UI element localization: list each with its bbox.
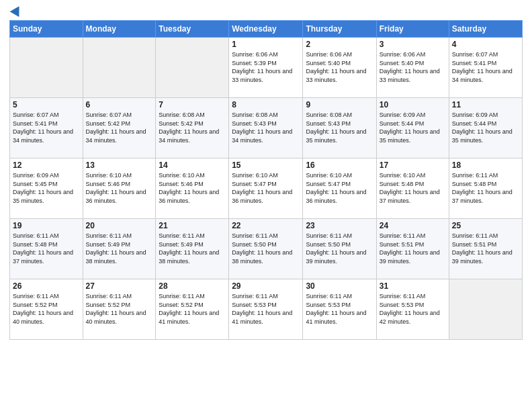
calendar-week-5: 26Sunrise: 6:11 AM Sunset: 5:52 PM Dayli… bbox=[10, 279, 523, 340]
day-info: Sunrise: 6:11 AM Sunset: 5:49 PM Dayligh… bbox=[86, 232, 153, 265]
calendar-cell: 21Sunrise: 6:11 AM Sunset: 5:49 PM Dayli… bbox=[156, 219, 229, 279]
day-info: Sunrise: 6:10 AM Sunset: 5:46 PM Dayligh… bbox=[86, 171, 153, 205]
calendar-cell: 19Sunrise: 6:11 AM Sunset: 5:48 PM Dayli… bbox=[10, 219, 83, 279]
calendar-cell: 31Sunrise: 6:11 AM Sunset: 5:53 PM Dayli… bbox=[376, 279, 449, 340]
calendar-cell: 6Sunrise: 6:07 AM Sunset: 5:42 PM Daylig… bbox=[83, 98, 156, 158]
day-number: 20 bbox=[86, 221, 153, 230]
day-number: 4 bbox=[452, 40, 519, 49]
calendar-header-tuesday: Tuesday bbox=[156, 21, 229, 38]
calendar-cell: 16Sunrise: 6:10 AM Sunset: 5:47 PM Dayli… bbox=[303, 158, 376, 219]
day-number: 30 bbox=[306, 281, 373, 291]
day-number: 27 bbox=[86, 281, 153, 291]
calendar-header-wednesday: Wednesday bbox=[229, 21, 303, 38]
calendar-cell: 24Sunrise: 6:11 AM Sunset: 5:51 PM Dayli… bbox=[376, 219, 449, 279]
day-info: Sunrise: 6:11 AM Sunset: 5:50 PM Dayligh… bbox=[306, 232, 373, 265]
day-info: Sunrise: 6:11 AM Sunset: 5:52 PM Dayligh… bbox=[159, 292, 226, 326]
day-info: Sunrise: 6:11 AM Sunset: 5:51 PM Dayligh… bbox=[380, 232, 446, 265]
day-info: Sunrise: 6:06 AM Sunset: 5:40 PM Dayligh… bbox=[306, 50, 373, 84]
calendar-week-3: 12Sunrise: 6:09 AM Sunset: 5:45 PM Dayli… bbox=[10, 158, 523, 219]
day-number: 8 bbox=[232, 100, 300, 109]
day-number: 26 bbox=[13, 281, 80, 291]
calendar-week-2: 5Sunrise: 6:07 AM Sunset: 5:41 PM Daylig… bbox=[10, 98, 523, 158]
day-info: Sunrise: 6:11 AM Sunset: 5:52 PM Dayligh… bbox=[86, 292, 153, 326]
day-info: Sunrise: 6:06 AM Sunset: 5:39 PM Dayligh… bbox=[232, 50, 300, 84]
day-number: 19 bbox=[13, 221, 80, 230]
day-number: 6 bbox=[86, 100, 153, 109]
day-number: 31 bbox=[380, 281, 446, 291]
day-info: Sunrise: 6:08 AM Sunset: 5:42 PM Dayligh… bbox=[159, 111, 226, 144]
day-number: 12 bbox=[13, 161, 80, 170]
day-number: 17 bbox=[380, 161, 446, 170]
day-number: 7 bbox=[159, 100, 226, 109]
calendar-cell: 3Sunrise: 6:06 AM Sunset: 5:40 PM Daylig… bbox=[376, 38, 449, 98]
day-number: 10 bbox=[380, 100, 446, 109]
calendar-cell: 12Sunrise: 6:09 AM Sunset: 5:45 PM Dayli… bbox=[10, 158, 83, 219]
day-info: Sunrise: 6:10 AM Sunset: 5:48 PM Dayligh… bbox=[380, 171, 446, 205]
logo bbox=[9, 7, 21, 16]
day-info: Sunrise: 6:08 AM Sunset: 5:43 PM Dayligh… bbox=[306, 111, 373, 144]
day-info: Sunrise: 6:11 AM Sunset: 5:49 PM Dayligh… bbox=[159, 232, 226, 265]
day-number: 21 bbox=[159, 221, 226, 230]
calendar-cell bbox=[83, 38, 156, 98]
calendar-cell: 13Sunrise: 6:10 AM Sunset: 5:46 PM Dayli… bbox=[83, 158, 156, 219]
day-info: Sunrise: 6:10 AM Sunset: 5:47 PM Dayligh… bbox=[306, 171, 373, 205]
calendar-cell: 23Sunrise: 6:11 AM Sunset: 5:50 PM Dayli… bbox=[303, 219, 376, 279]
calendar-cell: 2Sunrise: 6:06 AM Sunset: 5:40 PM Daylig… bbox=[303, 38, 376, 98]
calendar-cell: 7Sunrise: 6:08 AM Sunset: 5:42 PM Daylig… bbox=[156, 98, 229, 158]
calendar-cell: 30Sunrise: 6:11 AM Sunset: 5:53 PM Dayli… bbox=[303, 279, 376, 340]
day-number: 1 bbox=[232, 40, 300, 49]
day-info: Sunrise: 6:09 AM Sunset: 5:44 PM Dayligh… bbox=[452, 111, 519, 144]
day-number: 13 bbox=[86, 161, 153, 170]
calendar-cell bbox=[156, 38, 229, 98]
day-info: Sunrise: 6:10 AM Sunset: 5:46 PM Dayligh… bbox=[159, 171, 226, 205]
day-number: 23 bbox=[306, 221, 373, 230]
day-info: Sunrise: 6:09 AM Sunset: 5:44 PM Dayligh… bbox=[380, 111, 446, 144]
day-info: Sunrise: 6:11 AM Sunset: 5:53 PM Dayligh… bbox=[232, 292, 300, 326]
day-info: Sunrise: 6:11 AM Sunset: 5:53 PM Dayligh… bbox=[380, 292, 446, 326]
day-number: 16 bbox=[306, 161, 373, 170]
day-number: 24 bbox=[380, 221, 446, 230]
day-info: Sunrise: 6:09 AM Sunset: 5:45 PM Dayligh… bbox=[13, 171, 80, 205]
page-container: SundayMondayTuesdayWednesdayThursdayFrid… bbox=[0, 0, 532, 345]
day-number: 3 bbox=[380, 40, 446, 49]
calendar-header-sunday: Sunday bbox=[10, 21, 83, 38]
calendar-cell: 27Sunrise: 6:11 AM Sunset: 5:52 PM Dayli… bbox=[83, 279, 156, 340]
calendar-header-saturday: Saturday bbox=[449, 21, 522, 38]
calendar-cell: 22Sunrise: 6:11 AM Sunset: 5:50 PM Dayli… bbox=[229, 219, 303, 279]
logo-triangle-icon bbox=[10, 3, 24, 17]
day-number: 22 bbox=[232, 221, 300, 230]
calendar-cell: 28Sunrise: 6:11 AM Sunset: 5:52 PM Dayli… bbox=[156, 279, 229, 340]
day-info: Sunrise: 6:07 AM Sunset: 5:41 PM Dayligh… bbox=[452, 50, 519, 84]
calendar-cell: 10Sunrise: 6:09 AM Sunset: 5:44 PM Dayli… bbox=[376, 98, 449, 158]
header bbox=[9, 7, 523, 16]
day-number: 11 bbox=[452, 100, 519, 109]
day-info: Sunrise: 6:11 AM Sunset: 5:52 PM Dayligh… bbox=[13, 292, 80, 326]
calendar-header-row: SundayMondayTuesdayWednesdayThursdayFrid… bbox=[10, 21, 523, 38]
calendar-cell: 26Sunrise: 6:11 AM Sunset: 5:52 PM Dayli… bbox=[10, 279, 83, 340]
calendar-cell: 14Sunrise: 6:10 AM Sunset: 5:46 PM Dayli… bbox=[156, 158, 229, 219]
day-info: Sunrise: 6:07 AM Sunset: 5:41 PM Dayligh… bbox=[13, 111, 80, 144]
calendar-table: SundayMondayTuesdayWednesdayThursdayFrid… bbox=[9, 20, 523, 340]
day-info: Sunrise: 6:06 AM Sunset: 5:40 PM Dayligh… bbox=[380, 50, 446, 84]
calendar-cell: 9Sunrise: 6:08 AM Sunset: 5:43 PM Daylig… bbox=[303, 98, 376, 158]
day-info: Sunrise: 6:11 AM Sunset: 5:51 PM Dayligh… bbox=[452, 232, 519, 265]
calendar-cell: 1Sunrise: 6:06 AM Sunset: 5:39 PM Daylig… bbox=[229, 38, 303, 98]
calendar-cell: 11Sunrise: 6:09 AM Sunset: 5:44 PM Dayli… bbox=[449, 98, 522, 158]
calendar-cell: 18Sunrise: 6:11 AM Sunset: 5:48 PM Dayli… bbox=[449, 158, 522, 219]
calendar-cell: 4Sunrise: 6:07 AM Sunset: 5:41 PM Daylig… bbox=[449, 38, 522, 98]
calendar-cell: 15Sunrise: 6:10 AM Sunset: 5:47 PM Dayli… bbox=[229, 158, 303, 219]
day-number: 18 bbox=[452, 161, 519, 170]
day-number: 9 bbox=[306, 100, 373, 109]
day-info: Sunrise: 6:11 AM Sunset: 5:48 PM Dayligh… bbox=[452, 171, 519, 205]
calendar-header-monday: Monday bbox=[83, 21, 156, 38]
calendar-cell: 20Sunrise: 6:11 AM Sunset: 5:49 PM Dayli… bbox=[83, 219, 156, 279]
day-number: 29 bbox=[232, 281, 300, 291]
day-info: Sunrise: 6:11 AM Sunset: 5:48 PM Dayligh… bbox=[13, 232, 80, 265]
calendar-header-thursday: Thursday bbox=[303, 21, 376, 38]
day-info: Sunrise: 6:08 AM Sunset: 5:43 PM Dayligh… bbox=[232, 111, 300, 144]
calendar-cell: 25Sunrise: 6:11 AM Sunset: 5:51 PM Dayli… bbox=[449, 219, 522, 279]
calendar-week-4: 19Sunrise: 6:11 AM Sunset: 5:48 PM Dayli… bbox=[10, 219, 523, 279]
calendar-cell: 8Sunrise: 6:08 AM Sunset: 5:43 PM Daylig… bbox=[229, 98, 303, 158]
day-info: Sunrise: 6:10 AM Sunset: 5:47 PM Dayligh… bbox=[232, 171, 300, 205]
calendar-cell: 17Sunrise: 6:10 AM Sunset: 5:48 PM Dayli… bbox=[376, 158, 449, 219]
